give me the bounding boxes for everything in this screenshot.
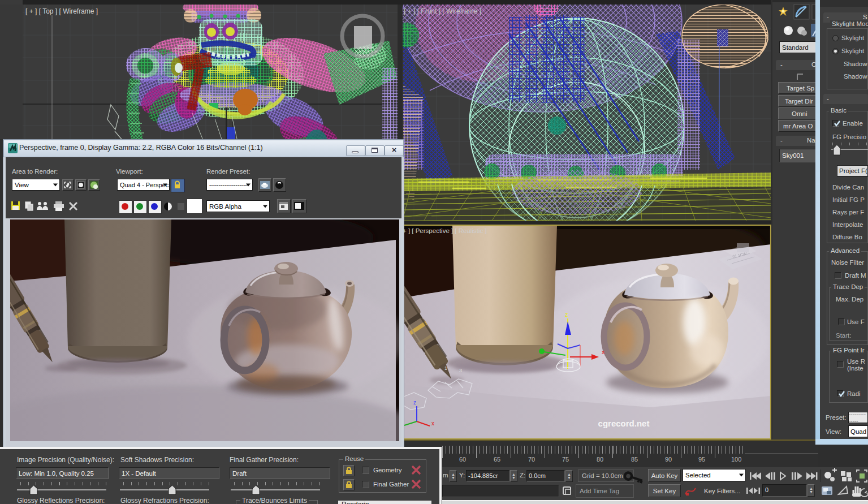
svg-text:3: 3 bbox=[459, 368, 462, 373]
svg-text:x: x bbox=[602, 348, 605, 355]
svg-text:[ + ] [ Front ] [ Wireframe ]: [ + ] [ Front ] [ Wireframe ] bbox=[404, 7, 481, 15]
svg-text:+ ] [ Perspective ] [ Realisti: + ] [ Perspective ] [ Realistic ] bbox=[403, 227, 487, 234]
svg-text:cgrecord.net: cgrecord.net bbox=[598, 419, 650, 428]
svg-text:z: z bbox=[565, 311, 568, 318]
svg-text:[ + ] [ Top ] [ Wireframe ]: [ + ] [ Top ] [ Wireframe ] bbox=[25, 7, 98, 15]
svg-text:z: z bbox=[413, 399, 416, 406]
svg-text:x: x bbox=[431, 420, 434, 427]
svg-text:1: 1 bbox=[444, 365, 447, 371]
